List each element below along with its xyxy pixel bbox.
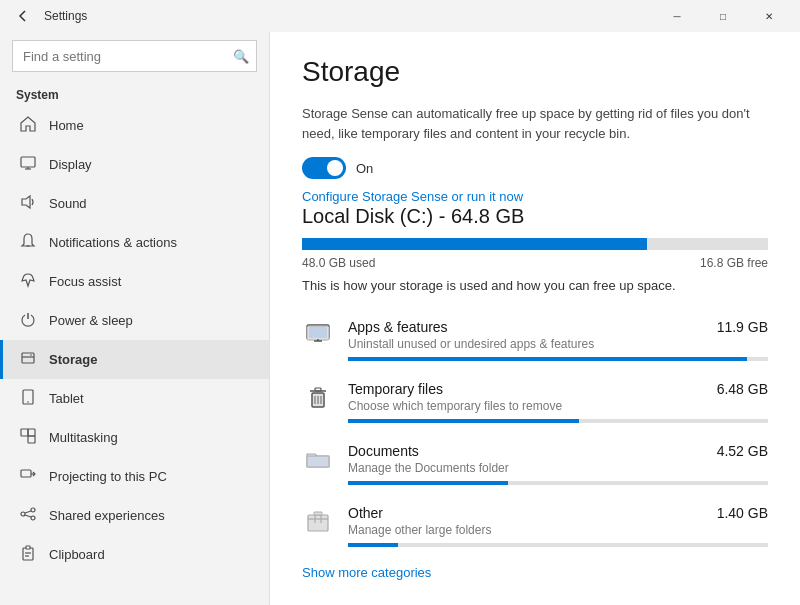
- sidebar-item-notifications[interactable]: Notifications & actions: [0, 223, 269, 262]
- storage-item-name-other: Other: [348, 505, 383, 521]
- temp-icon: [302, 381, 334, 413]
- sidebar-item-tablet[interactable]: Tablet: [0, 379, 269, 418]
- title-bar: Settings ─ □ ✕: [0, 0, 800, 32]
- storage-item-other[interactable]: Other 1.40 GB Manage other large folders: [302, 495, 768, 557]
- svg-rect-5: [22, 353, 34, 363]
- sidebar: 🔍 System Home Display Sound Notification…: [0, 32, 270, 605]
- storage-item-size-other: 1.40 GB: [717, 505, 768, 521]
- storage-item-subtext-apps: Uninstall unused or undesired apps & fea…: [348, 337, 768, 351]
- storage-item-body-apps: Apps & features 11.9 GB Uninstall unused…: [348, 319, 768, 361]
- storage-bar-fill: [302, 238, 647, 250]
- sidebar-item-label-tablet: Tablet: [49, 391, 84, 406]
- svg-rect-21: [26, 546, 30, 549]
- sidebar-item-shared[interactable]: Shared experiences: [0, 496, 269, 535]
- storage-item-temp[interactable]: Temporary files 6.48 GB Choose which tem…: [302, 371, 768, 433]
- storage-bar-container: [302, 238, 768, 250]
- shared-icon: [19, 506, 37, 525]
- clipboard-icon: [19, 545, 37, 564]
- show-more-link[interactable]: Show more categories: [302, 565, 768, 580]
- storage-item-bar-temp: [348, 419, 768, 423]
- svg-rect-28: [309, 327, 327, 338]
- svg-rect-20: [23, 548, 33, 560]
- storage-item-subtext-temp: Choose which temporary files to remove: [348, 399, 768, 413]
- display-icon: [19, 155, 37, 174]
- free-label: 16.8 GB free: [700, 256, 768, 270]
- svg-rect-13: [21, 470, 31, 477]
- disk-title: Local Disk (C:) - 64.8 GB: [302, 205, 768, 228]
- storage-item-subtext-other: Manage other large folders: [348, 523, 768, 537]
- svg-point-17: [31, 516, 35, 520]
- sidebar-item-label-sound: Sound: [49, 196, 87, 211]
- sound-icon: [19, 194, 37, 213]
- storage-item-name-temp: Temporary files: [348, 381, 443, 397]
- storage-item-row-docs: Documents 4.52 GB: [348, 443, 768, 459]
- sidebar-item-label-power: Power & sleep: [49, 313, 133, 328]
- storage-bar-track: [302, 238, 768, 250]
- projecting-icon: [19, 467, 37, 486]
- sidebar-item-power[interactable]: Power & sleep: [0, 301, 269, 340]
- tablet-icon: [19, 389, 37, 408]
- toggle-row: On: [302, 157, 768, 179]
- storage-item-docs[interactable]: Documents 4.52 GB Manage the Documents f…: [302, 433, 768, 495]
- sidebar-item-label-storage: Storage: [49, 352, 97, 367]
- svg-rect-0: [21, 157, 35, 167]
- sidebar-item-label-projecting: Projecting to this PC: [49, 469, 167, 484]
- svg-marker-3: [22, 196, 30, 208]
- svg-rect-36: [308, 515, 328, 531]
- storage-item-name-docs: Documents: [348, 443, 419, 459]
- storage-description: This is how your storage is used and how…: [302, 278, 768, 293]
- storage-item-body-other: Other 1.40 GB Manage other large folders: [348, 505, 768, 547]
- used-label: 48.0 GB used: [302, 256, 375, 270]
- sidebar-item-label-focus: Focus assist: [49, 274, 121, 289]
- sidebar-item-home[interactable]: Home: [0, 106, 269, 145]
- sidebar-item-label-clipboard: Clipboard: [49, 547, 105, 562]
- window-controls: ─ □ ✕: [654, 0, 792, 32]
- search-input[interactable]: [12, 40, 257, 72]
- search-container: 🔍: [12, 40, 257, 72]
- sidebar-item-label-display: Display: [49, 157, 92, 172]
- close-button[interactable]: ✕: [746, 0, 792, 32]
- maximize-button[interactable]: □: [700, 0, 746, 32]
- svg-rect-37: [314, 512, 322, 515]
- other-icon: [302, 505, 334, 537]
- docs-icon: [302, 443, 334, 475]
- svg-rect-31: [315, 388, 321, 391]
- main-content: Storage Storage Sense can automatically …: [270, 32, 800, 605]
- back-button[interactable]: [8, 2, 36, 30]
- minimize-button[interactable]: ─: [654, 0, 700, 32]
- storage-item-row-other: Other 1.40 GB: [348, 505, 768, 521]
- search-icon: 🔍: [233, 49, 249, 64]
- configure-link[interactable]: Configure Storage Sense or run it now: [302, 189, 523, 204]
- storage-item-bar-apps: [348, 357, 768, 361]
- sidebar-item-clipboard[interactable]: Clipboard: [0, 535, 269, 574]
- sidebar-item-projecting[interactable]: Projecting to this PC: [0, 457, 269, 496]
- sidebar-item-label-notifications: Notifications & actions: [49, 235, 177, 250]
- storage-item-row-apps: Apps & features 11.9 GB: [348, 319, 768, 335]
- sidebar-item-sound[interactable]: Sound: [0, 184, 269, 223]
- svg-rect-12: [28, 429, 35, 436]
- storage-item-size-docs: 4.52 GB: [717, 443, 768, 459]
- svg-line-18: [25, 511, 31, 513]
- power-icon: [19, 311, 37, 330]
- storage-item-body-docs: Documents 4.52 GB Manage the Documents f…: [348, 443, 768, 485]
- sidebar-item-label-multitasking: Multitasking: [49, 430, 118, 445]
- apps-icon: [302, 319, 334, 351]
- svg-point-7: [30, 354, 32, 356]
- sidebar-item-display[interactable]: Display: [0, 145, 269, 184]
- storage-item-body-temp: Temporary files 6.48 GB Choose which tem…: [348, 381, 768, 423]
- sidebar-item-storage[interactable]: Storage: [0, 340, 269, 379]
- home-icon: [19, 116, 37, 135]
- storage-item-apps[interactable]: Apps & features 11.9 GB Uninstall unused…: [302, 309, 768, 371]
- svg-point-16: [31, 508, 35, 512]
- svg-rect-11: [28, 436, 35, 443]
- storage-sense-toggle[interactable]: [302, 157, 346, 179]
- storage-item-name-apps: Apps & features: [348, 319, 448, 335]
- storage-item-bar-fill-apps: [348, 357, 747, 361]
- storage-item-row-temp: Temporary files 6.48 GB: [348, 381, 768, 397]
- storage-item-bar-docs: [348, 481, 768, 485]
- toggle-label: On: [356, 161, 373, 176]
- sidebar-section-label: System: [0, 80, 269, 106]
- sidebar-item-focus[interactable]: Focus assist: [0, 262, 269, 301]
- sidebar-item-multitasking[interactable]: Multitasking: [0, 418, 269, 457]
- storage-item-bar-fill-temp: [348, 419, 579, 423]
